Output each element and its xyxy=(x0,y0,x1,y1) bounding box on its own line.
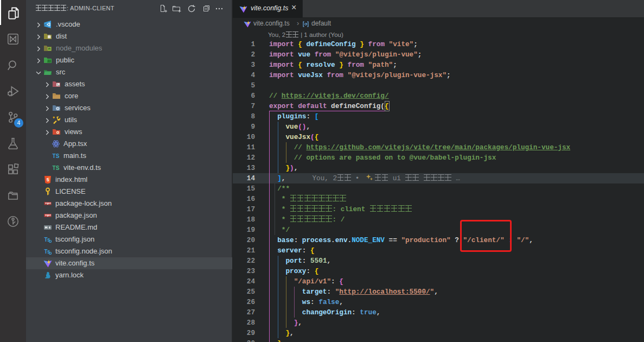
svg-text:TS: TS xyxy=(53,153,60,159)
svg-text:TS: TS xyxy=(53,165,60,171)
svg-text:5: 5 xyxy=(47,177,49,182)
svg-text:Ts: Ts xyxy=(44,237,50,243)
svg-text:Ts: Ts xyxy=(44,249,50,255)
